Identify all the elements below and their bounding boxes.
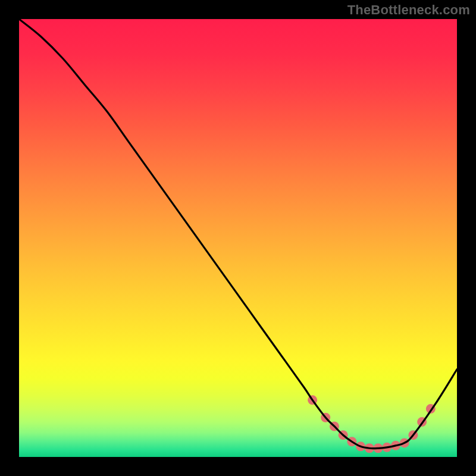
watermark-text: TheBottleneck.com (347, 2, 470, 18)
marker-group (308, 395, 436, 453)
chart-frame: TheBottleneck.com (0, 0, 476, 476)
curve-layer (19, 19, 457, 457)
plot-area (19, 19, 457, 457)
bottleneck-curve (19, 19, 457, 449)
